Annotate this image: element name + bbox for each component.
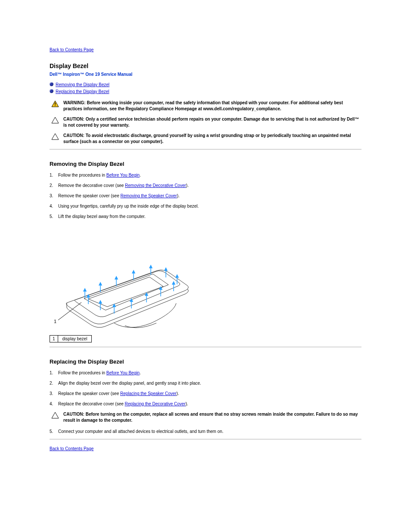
step-text: Follow the procedures in [58, 173, 106, 177]
svg-marker-18 [172, 282, 175, 284]
svg-marker-4 [52, 134, 59, 140]
step-text: ). [186, 401, 188, 406]
remove-steps: Follow the procedures in Before You Begi… [50, 172, 361, 220]
caution3-label: CAUTION: [63, 412, 84, 417]
toc-link-remove[interactable]: Removing the Display Bezel [56, 82, 109, 87]
svg-line-33 [58, 302, 81, 320]
remove-step-5: Lift the display bezel away from the com… [50, 214, 361, 220]
replace-step-4: Replace the decorative cover (see Replac… [50, 401, 361, 407]
back-to-contents-link[interactable]: Back to Contents Page [50, 47, 93, 52]
back-to-contents-link-bottom[interactable]: Back to Contents Page [50, 446, 93, 451]
step-text: Remove the speaker cover (see [58, 193, 121, 198]
replace-heading: Replacing the Display Bezel [50, 358, 361, 365]
caution-icon [50, 133, 61, 140]
svg-rect-2 [55, 105, 56, 106]
svg-marker-34 [52, 412, 59, 418]
replace-step-3: Replace the speaker cover (see Replacing… [50, 391, 361, 397]
replace-step-2: Align the display bezel over the display… [50, 380, 361, 386]
caution1-lead: Only a certified service technician shou… [86, 117, 359, 121]
callout-leader-1: 1 [54, 319, 56, 324]
caution-icon [50, 116, 61, 124]
svg-marker-3 [52, 117, 59, 123]
step-text: Replace the speaker cover (see [58, 391, 120, 396]
page-title: Display Bezel [50, 62, 361, 69]
caution3-text: Before turning on the computer, replace … [63, 412, 358, 423]
step-text: . [140, 370, 141, 375]
remove-step-2: Remove the decorative cover (see Removin… [50, 183, 361, 189]
divider [50, 347, 361, 347]
replace-steps-continued: Connect your computer and all attached d… [50, 429, 361, 435]
step-text: Using your fingertips, carefully pry up … [58, 204, 199, 208]
svg-marker-32 [84, 289, 86, 291]
caution1-text-container: CAUTION: Only a certified service techni… [61, 116, 361, 128]
remove-step-4: Using your fingertips, carefully pry up … [50, 203, 361, 209]
svg-marker-8 [99, 301, 102, 303]
caution1-label: CAUTION: [63, 117, 84, 121]
svg-marker-20 [176, 275, 178, 277]
step-text: Align the display bezel over the display… [58, 381, 201, 386]
caution2-label: CAUTION: [63, 133, 84, 138]
caution-icon [50, 411, 61, 419]
remove-step-1: Follow the procedures in Before You Begi… [50, 172, 361, 178]
in-page-toc: Removing the Display Bezel Replacing the… [50, 82, 361, 95]
svg-rect-1 [55, 103, 56, 105]
step-text: ). [177, 193, 180, 198]
caution1-tail: is not covered by your warranty. [63, 123, 129, 128]
link-replace-decorative-cover[interactable]: Replacing the Decorative Cover [125, 401, 186, 406]
warning-text-container: WARNING: Before working inside your comp… [61, 100, 361, 112]
step-text: Follow the procedures in [58, 370, 106, 375]
warning-text: Before working inside your computer, rea… [63, 100, 343, 111]
warning-icon [50, 100, 61, 107]
svg-marker-30 [99, 283, 102, 285]
warning-label: WARNING: [63, 100, 86, 105]
step-text: ). [177, 391, 179, 396]
svg-marker-28 [115, 277, 118, 279]
table-row: 1 display bezel [50, 336, 92, 342]
link-before-you-begin[interactable]: Before You Begin [106, 173, 140, 177]
divider [50, 439, 361, 439]
callout-table: 1 display bezel [50, 335, 92, 342]
replace-step-5: Connect your computer and all attached d… [50, 429, 361, 435]
step-text: Connect your computer and all attached d… [58, 429, 224, 434]
divider [50, 149, 361, 149]
caution2-text-container: CAUTION: To avoid electrostatic discharg… [61, 133, 361, 145]
link-replace-speaker-cover[interactable]: Replacing the Speaker Cover [120, 391, 177, 396]
toc-link-replace[interactable]: Replacing the Display Bezel [56, 89, 109, 94]
caution3-text-container: CAUTION: Before turning on the computer,… [61, 411, 361, 423]
replace-steps: Follow the procedures in Before You Begi… [50, 370, 361, 407]
callout-number: 1 [50, 336, 58, 342]
manual-name: Dell™ Inspiron™ One 19 Service Manual [50, 72, 361, 77]
caution2-text: To avoid electrostatic discharge, ground… [63, 133, 351, 144]
replace-step-1: Follow the procedures in Before You Begi… [50, 370, 361, 376]
step-text: Replace the decorative cover (see [58, 401, 125, 406]
warning-notice: WARNING: Before working inside your comp… [50, 100, 361, 112]
step-text: Lift the display bezel away from the com… [58, 214, 146, 219]
remove-heading: Removing the Display Bezel [50, 161, 361, 167]
link-remove-decorative-cover[interactable]: Removing the Decorative Cover [125, 183, 186, 188]
callout-label: display bezel [58, 336, 92, 342]
caution-notice-3: CAUTION: Before turning on the computer,… [50, 411, 361, 423]
step-text: ). [186, 183, 189, 188]
step-text: . [140, 173, 141, 177]
svg-marker-22 [165, 268, 167, 271]
step-text: Remove the decorative cover (see [58, 183, 125, 188]
bezel-figure: 1 [50, 227, 361, 331]
link-remove-speaker-cover[interactable]: Removing the Speaker Cover [121, 193, 177, 198]
caution-notice-1: CAUTION: Only a certified service techni… [50, 116, 361, 128]
svg-marker-24 [149, 265, 152, 268]
remove-step-3: Remove the speaker cover (see Removing t… [50, 193, 361, 199]
link-before-you-begin[interactable]: Before You Begin [106, 370, 140, 375]
caution-notice-2: CAUTION: To avoid electrostatic discharg… [50, 133, 361, 145]
svg-marker-26 [132, 271, 135, 273]
